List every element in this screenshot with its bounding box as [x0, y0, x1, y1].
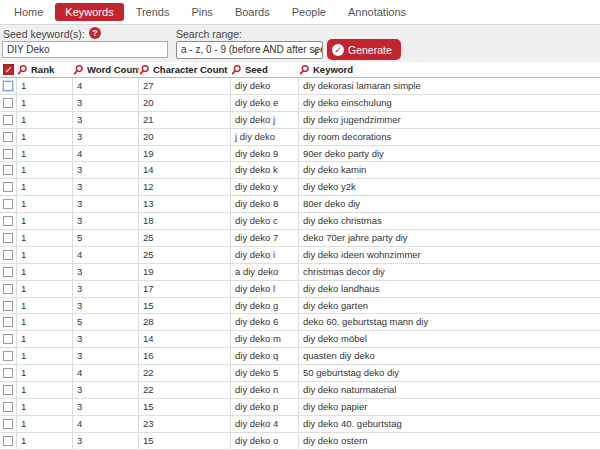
row-checkbox[interactable]: [3, 149, 13, 159]
column-header-word_count[interactable]: Word Count: [73, 64, 139, 75]
cell-word_count: 5: [73, 230, 139, 246]
search-icon[interactable]: [299, 64, 310, 75]
cell-rank: 1: [17, 95, 73, 111]
cell-rank: 1: [17, 112, 73, 128]
cell-word_count: 3: [73, 433, 139, 449]
cell-char_count: 19: [139, 146, 231, 162]
row-checkbox[interactable]: [3, 267, 13, 277]
table-row: 1528diy deko 6deko 60. geburtstag mann d…: [0, 314, 600, 331]
row-checkbox[interactable]: [3, 115, 13, 125]
cell-keyword: diy deko landhaus: [299, 281, 600, 297]
row-checkbox[interactable]: [3, 132, 13, 142]
column-header-keyword[interactable]: Keyword: [299, 64, 600, 75]
table-row: 1315diy deko pdiy deko papier: [0, 399, 600, 416]
cell-char_count: 15: [139, 433, 231, 449]
row-checkbox[interactable]: [3, 233, 13, 243]
cell-keyword: quasten diy deko: [299, 348, 600, 364]
table-row: 1320j diy dekodiy room decorations: [0, 129, 600, 146]
cell-seed: diy deko 4: [231, 416, 299, 432]
cell-word_count: 5: [73, 314, 139, 330]
row-checkbox[interactable]: [3, 301, 13, 311]
nav-item-keywords[interactable]: Keywords: [55, 3, 123, 21]
generate-button[interactable]: ✓ Generate: [327, 39, 401, 60]
row-checkbox[interactable]: [3, 334, 13, 344]
cell-seed: diy deko: [231, 78, 299, 94]
cell-keyword: diy deko naturmaterial: [299, 382, 600, 398]
search-icon[interactable]: [73, 64, 84, 75]
row-checkbox[interactable]: [3, 419, 13, 429]
cell-keyword: deko 70er jahre party diy: [299, 230, 600, 246]
nav-item-people[interactable]: People: [282, 3, 336, 21]
cell-seed: diy deko y: [231, 179, 299, 195]
cell-rank: 1: [17, 399, 73, 415]
cell-char_count: 12: [139, 179, 231, 195]
search-icon[interactable]: [17, 64, 28, 75]
cell-word_count: 3: [73, 399, 139, 415]
row-checkbox[interactable]: [3, 284, 13, 294]
row-checkbox[interactable]: [3, 165, 13, 175]
search-icon[interactable]: [231, 64, 242, 75]
table-row: 1525diy deko 7deko 70er jahre party diy: [0, 230, 600, 247]
cell-rank: 1: [17, 162, 73, 178]
cell-rank: 1: [17, 213, 73, 229]
toolbar: Seed keyword(s): ? Search range: a - z, …: [0, 25, 600, 62]
row-checkbox[interactable]: [3, 402, 13, 412]
column-header-char_count[interactable]: Character Count: [139, 64, 231, 75]
cell-seed: diy deko m: [231, 331, 299, 347]
row-checkbox-cell: [0, 95, 17, 111]
search-icon[interactable]: [139, 64, 150, 75]
cell-rank: 1: [17, 314, 73, 330]
top-nav: HomeKeywordsTrendsPinsBoardsPeopleAnnota…: [0, 0, 600, 25]
cell-char_count: 25: [139, 230, 231, 246]
cell-seed: diy deko o: [231, 433, 299, 449]
cell-keyword: diy deko 40. geburtstag: [299, 416, 600, 432]
nav-item-home[interactable]: Home: [4, 3, 53, 21]
row-checkbox[interactable]: [3, 385, 13, 395]
row-checkbox[interactable]: [3, 436, 13, 446]
row-checkbox-cell: [0, 331, 17, 347]
row-checkbox[interactable]: [3, 81, 13, 91]
help-icon[interactable]: ?: [89, 27, 101, 39]
row-checkbox-cell: [0, 230, 17, 246]
row-checkbox[interactable]: [3, 351, 13, 361]
row-checkbox[interactable]: [3, 368, 13, 378]
row-checkbox[interactable]: [3, 216, 13, 226]
search-range-select[interactable]: a - z, 0 - 9 (before AND after seed ∨: [176, 41, 323, 59]
cell-rank: 1: [17, 416, 73, 432]
nav-item-trends[interactable]: Trends: [126, 3, 180, 21]
cell-keyword: diy deko ostern: [299, 433, 600, 449]
table-row: 1419diy deko 990er deko party diy: [0, 146, 600, 163]
cell-rank: 1: [17, 196, 73, 212]
row-checkbox[interactable]: [3, 98, 13, 108]
row-checkbox[interactable]: [3, 199, 13, 209]
nav-item-pins[interactable]: Pins: [181, 3, 222, 21]
cell-word_count: 3: [73, 95, 139, 111]
cell-seed: diy deko g: [231, 298, 299, 314]
seed-keyword-input[interactable]: [2, 41, 168, 58]
cell-rank: 1: [17, 281, 73, 297]
cell-keyword: diy dekorasi lamaran simple: [299, 78, 600, 94]
cell-rank: 1: [17, 146, 73, 162]
select-all-cell: ✓: [0, 64, 17, 75]
column-header-label: Keyword: [313, 64, 353, 75]
row-checkbox-cell: [0, 314, 17, 330]
table-row: 1315diy deko odiy deko ostern: [0, 433, 600, 450]
nav-item-boards[interactable]: Boards: [225, 3, 280, 21]
cell-char_count: 14: [139, 331, 231, 347]
column-header-seed[interactable]: Seed: [231, 64, 299, 75]
select-all-checkbox[interactable]: ✓: [3, 64, 14, 75]
table-row: 1318diy deko cdiy deko christmas: [0, 213, 600, 230]
search-range-label: Search range:: [176, 28, 242, 40]
cell-seed: diy deko i: [231, 247, 299, 263]
row-checkbox[interactable]: [3, 182, 13, 192]
row-checkbox[interactable]: [3, 317, 13, 327]
row-checkbox[interactable]: [3, 250, 13, 260]
cell-seed: diy deko n: [231, 382, 299, 398]
cell-word_count: 3: [73, 179, 139, 195]
cell-seed: diy deko k: [231, 162, 299, 178]
cell-rank: 1: [17, 298, 73, 314]
column-header-rank[interactable]: Rank: [17, 64, 73, 75]
nav-item-annotations[interactable]: Annotations: [338, 3, 416, 21]
row-checkbox-cell: [0, 416, 17, 432]
cell-keyword: 80er deko diy: [299, 196, 600, 212]
